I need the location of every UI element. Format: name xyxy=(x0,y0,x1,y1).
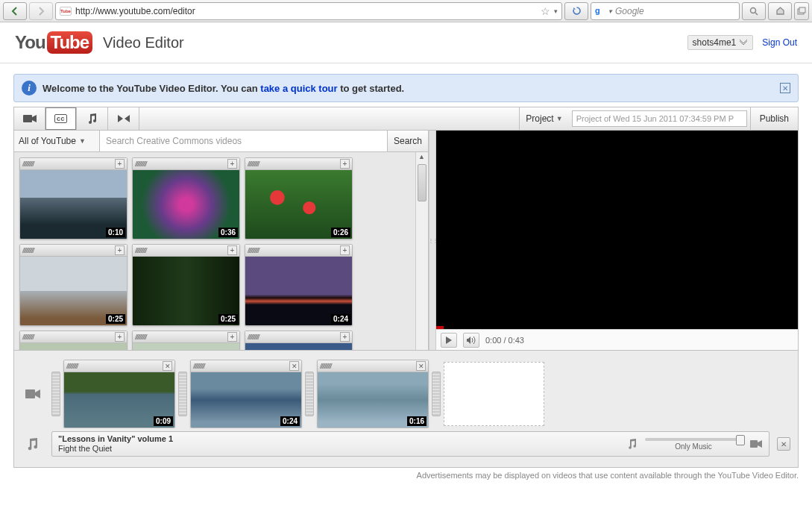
transition-slot[interactable] xyxy=(51,372,60,416)
drag-grip-icon[interactable]: ////////// xyxy=(22,160,115,168)
clip-thumbnail[interactable] xyxy=(133,343,239,350)
search-go-button[interactable] xyxy=(742,2,766,20)
scroll-thumb[interactable] xyxy=(418,164,427,201)
clip-tile[interactable]: //////////+0:25 xyxy=(132,244,240,326)
clip-thumbnail[interactable]: 0:09 xyxy=(64,372,174,428)
clip-header[interactable]: //////////✕ xyxy=(318,360,428,372)
drag-grip-icon[interactable]: ////////// xyxy=(248,334,340,341)
clip-thumbnail[interactable]: 0:10 xyxy=(20,170,127,239)
clip-thumbnail[interactable] xyxy=(20,343,127,350)
browser-search-box[interactable]: g ▾ Google xyxy=(591,2,740,20)
clip-thumbnail[interactable]: 0:24 xyxy=(191,372,301,428)
clip-thumbnail[interactable]: 0:25 xyxy=(20,257,127,325)
audio-remove-button[interactable]: ✕ xyxy=(777,437,790,451)
transition-slot[interactable] xyxy=(305,372,314,416)
play-button[interactable] xyxy=(441,333,457,348)
transition-slot[interactable] xyxy=(432,372,441,416)
clip-header[interactable]: //////////+ xyxy=(133,158,239,170)
nav-back-button[interactable] xyxy=(3,2,27,20)
clip-header[interactable]: //////////+ xyxy=(245,158,352,170)
clip-tile[interactable]: //////////+ xyxy=(245,331,353,350)
clip-add-button[interactable]: + xyxy=(340,332,350,342)
user-menu-button[interactable]: shots4me1 xyxy=(687,35,754,50)
project-menu-button[interactable]: Project ▼ xyxy=(519,107,568,130)
clip-remove-button[interactable]: ✕ xyxy=(289,361,299,371)
clip-tile[interactable]: //////////+0:25 xyxy=(19,244,128,326)
clip-header[interactable]: //////////+ xyxy=(133,331,239,343)
tabs-button[interactable] xyxy=(794,2,809,20)
drag-grip-icon[interactable]: ////////// xyxy=(22,247,115,254)
clip-header[interactable]: //////////✕ xyxy=(191,360,301,372)
clip-thumbnail[interactable]: 0:24 xyxy=(245,257,352,325)
banner-close-button[interactable]: ✕ xyxy=(780,83,790,93)
clip-thumbnail[interactable] xyxy=(245,343,352,350)
preview-video[interactable] xyxy=(436,131,798,329)
clip-tile[interactable]: //////////+0:24 xyxy=(245,244,353,326)
clip-tile[interactable]: //////////+0:10 xyxy=(19,157,128,239)
clip-header[interactable]: //////////+ xyxy=(245,245,352,257)
drag-grip-icon[interactable]: ////////// xyxy=(320,363,416,370)
url-dropdown-icon[interactable]: ▾ xyxy=(554,7,558,15)
project-name-input[interactable]: Project of Wed 15 Jun 2011 07:34:59 PM P xyxy=(572,110,747,127)
timeline-clip[interactable]: //////////✕0:16 xyxy=(317,360,429,428)
drag-grip-icon[interactable]: ////////// xyxy=(193,363,289,370)
drag-grip-icon[interactable]: ////////// xyxy=(135,334,227,341)
clip-scrollbar[interactable] xyxy=(415,152,428,350)
tab-transitions[interactable] xyxy=(108,107,139,130)
timeline-video-content[interactable]: //////////✕0:09//////////✕0:24//////////… xyxy=(51,360,798,428)
home-button[interactable] xyxy=(768,2,792,20)
clip-header[interactable]: //////////+ xyxy=(133,245,239,257)
nav-forward-button[interactable] xyxy=(29,2,53,20)
timeline-clip[interactable]: //////////✕0:24 xyxy=(190,360,302,428)
drag-grip-icon[interactable]: ////////// xyxy=(66,363,163,370)
clip-header[interactable]: //////////+ xyxy=(20,331,127,343)
clip-add-button[interactable]: + xyxy=(115,332,125,342)
clip-tile[interactable]: //////////+0:26 xyxy=(245,157,353,239)
clip-add-button[interactable]: + xyxy=(115,245,125,255)
clip-header[interactable]: //////////+ xyxy=(245,331,352,343)
clip-tile[interactable]: //////////+0:36 xyxy=(132,157,240,239)
timeline-clip[interactable]: //////////✕0:09 xyxy=(63,360,175,428)
reload-button[interactable] xyxy=(564,2,588,20)
clip-header[interactable]: //////////+ xyxy=(20,245,127,257)
clip-tile[interactable]: //////////+ xyxy=(132,331,240,350)
clip-search-input[interactable] xyxy=(100,131,387,151)
clip-header[interactable]: //////////✕ xyxy=(64,360,174,372)
clip-thumbnail[interactable]: 0:26 xyxy=(245,170,352,239)
tab-audio[interactable] xyxy=(77,107,108,130)
clip-add-button[interactable]: + xyxy=(227,332,237,342)
clip-add-button[interactable]: + xyxy=(340,245,350,255)
audio-mix-slider[interactable] xyxy=(645,438,742,441)
youtube-logo[interactable]: You Tube xyxy=(15,31,92,54)
clip-add-button[interactable]: + xyxy=(227,245,237,255)
bookmark-star-icon[interactable]: ☆ xyxy=(541,5,550,17)
clip-search-button[interactable]: Search xyxy=(387,131,428,151)
clip-header[interactable]: //////////+ xyxy=(20,158,127,170)
tab-creative-commons[interactable]: cc xyxy=(45,107,77,130)
clip-thumbnail[interactable]: 0:36 xyxy=(133,170,239,239)
clip-add-button[interactable]: + xyxy=(115,159,125,169)
drag-grip-icon[interactable]: ////////// xyxy=(135,160,227,168)
timeline-drop-slot[interactable] xyxy=(444,362,544,426)
publish-button[interactable]: Publish xyxy=(750,107,798,130)
volume-button[interactable] xyxy=(463,333,479,348)
signout-link[interactable]: Sign Out xyxy=(762,37,797,48)
clip-add-button[interactable]: + xyxy=(227,159,237,169)
tab-my-videos[interactable] xyxy=(14,107,45,130)
url-bar[interactable]: Tube http://www.youtube.com/editor ☆ ▾ xyxy=(55,2,562,20)
quick-tour-link[interactable]: take a quick tour xyxy=(260,83,337,94)
audio-clip[interactable]: "Lessons in Vanity" volume 1 Fight the Q… xyxy=(51,431,769,457)
clip-thumbnail[interactable]: 0:16 xyxy=(318,372,428,428)
clip-tile[interactable]: //////////+ xyxy=(19,331,128,350)
search-scope-dropdown[interactable]: All of YouTube ▼ xyxy=(14,131,100,151)
drag-grip-icon[interactable]: ////////// xyxy=(22,334,115,341)
search-engine-dropdown-icon[interactable]: ▾ xyxy=(608,7,612,15)
clip-thumbnail[interactable]: 0:25 xyxy=(133,257,239,325)
drag-grip-icon[interactable]: ////////// xyxy=(135,247,227,254)
clip-remove-button[interactable]: ✕ xyxy=(416,361,426,371)
pane-resize-grip[interactable]: ⋮⋮ xyxy=(429,131,436,350)
clip-remove-button[interactable]: ✕ xyxy=(163,361,172,371)
drag-grip-icon[interactable]: ////////// xyxy=(248,160,340,168)
transition-slot[interactable] xyxy=(178,372,187,416)
drag-grip-icon[interactable]: ////////// xyxy=(248,247,340,254)
